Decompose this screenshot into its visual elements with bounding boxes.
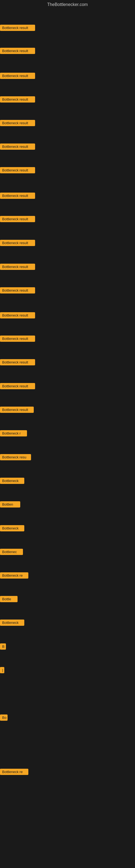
bottleneck-result-item: Bottleneck result [0,25,35,32]
bottleneck-badge: Bottleneck result [0,144,35,150]
bottleneck-result-item: Bottleneck result [0,287,35,294]
bottleneck-result-item: Bottleneck result [0,216,35,223]
site-title: TheBottlenecker.com [0,0,135,9]
bottleneck-result-item: Bottleneck result [0,359,35,367]
bottleneck-badge: Bottleneck result [0,96,35,102]
bottleneck-result-item: B [0,643,6,651]
bottleneck-badge: Bottleneck result [0,216,35,222]
bottleneck-badge: | [0,667,4,673]
bottleneck-result-item: Bottleneck result [0,48,35,55]
bottleneck-result-item: Bottlen [0,501,20,508]
bottleneck-result-item: Bottle [0,596,17,603]
bottleneck-result-item: Bottleneck resu [0,454,31,461]
bottleneck-badge: Bottleneck result [0,383,35,389]
bottleneck-badge: Bottleneck [0,525,24,531]
bottleneck-badge: B [0,643,6,650]
bottleneck-result-item: Bottleneck result [0,73,35,80]
bottleneck-result-item: Bottleneck result [0,312,35,319]
bottleneck-badge: Bottle [0,596,17,602]
bottleneck-badge: Bottleneck result [0,120,35,126]
bottleneck-result-item: Bottlenec [0,549,23,556]
bottleneck-badge: Bottleneck result [0,407,34,413]
bottleneck-badge: Bo [0,714,8,721]
bottleneck-result-item: Bottleneck result [0,336,35,343]
bottleneck-result-item: Bottleneck result [0,96,35,104]
bottleneck-result-item: Bottleneck result [0,144,35,151]
bottleneck-result-item: Bottleneck result [0,407,34,414]
bottleneck-result-item: Bottleneck result [0,120,35,127]
bottleneck-result-item: Bottleneck re [0,572,28,580]
bottleneck-badge: Bottleneck result [0,73,35,79]
bottleneck-badge: Bottleneck result [0,240,35,246]
bottleneck-badge: Bottleneck result [0,359,35,365]
bottleneck-result-item: Bottleneck [0,525,24,532]
bottleneck-badge: Bottleneck result [0,48,35,54]
bottleneck-badge: Bottleneck result [0,193,35,199]
bottleneck-badge: Bottlen [0,501,20,507]
bottleneck-badge: Bottleneck resu [0,454,31,460]
bottleneck-badge: Bottleneck result [0,336,35,342]
bottleneck-result-item: Bottleneck result [0,167,35,175]
bottleneck-badge: Bottleneck result [0,25,35,31]
bottleneck-result-item: Bottleneck [0,478,24,485]
bottleneck-badge: Bottleneck re [0,769,28,775]
bottleneck-badge: Bottleneck result [0,312,35,318]
bottleneck-result-item: Bottleneck re [0,769,28,776]
bottleneck-result-item: Bottleneck result [0,193,35,200]
bottleneck-badge: Bottleneck [0,620,24,626]
bottleneck-result-item: Bottleneck result [0,264,35,271]
bottleneck-result-item: Bottleneck [0,620,24,627]
bottleneck-result-item: | [0,667,4,674]
bottleneck-badge: Bottleneck r [0,430,27,436]
bottleneck-badge: Bottleneck result [0,167,35,173]
bottleneck-result-item: Bo [0,714,8,722]
bottleneck-result-item: Bottleneck result [0,240,35,247]
bottleneck-badge: Bottleneck result [0,287,35,293]
bottleneck-badge: Bottlenec [0,549,23,555]
bottleneck-badge: Bottleneck re [0,572,28,579]
bottleneck-result-item: Bottleneck result [0,383,35,390]
bottleneck-badge: Bottleneck [0,478,24,484]
bottleneck-result-item: Bottleneck r [0,430,27,437]
bottleneck-badge: Bottleneck result [0,264,35,270]
